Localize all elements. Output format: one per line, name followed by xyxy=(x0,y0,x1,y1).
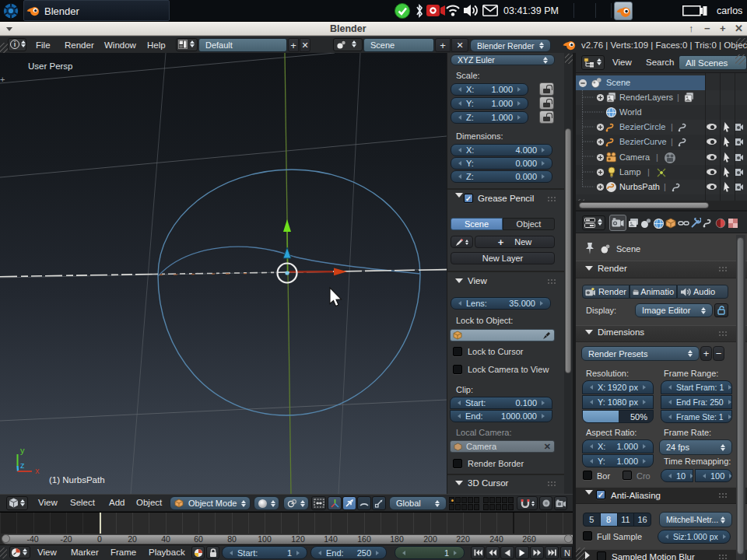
svg-text:y: y xyxy=(20,446,25,455)
svg-text:x: x xyxy=(35,466,40,475)
svg-text:z: z xyxy=(20,460,25,470)
